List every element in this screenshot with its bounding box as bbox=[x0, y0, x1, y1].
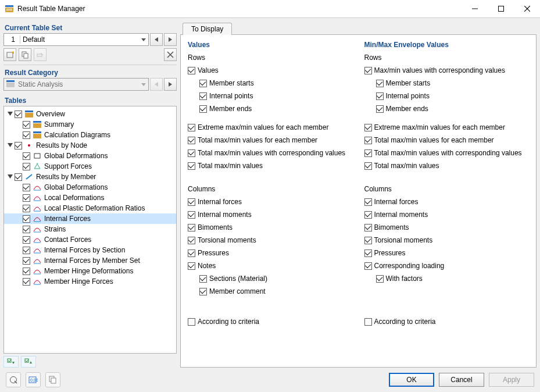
tree-node-results-by-member[interactable]: Results by Member bbox=[4, 172, 176, 182]
tree-node-m-global-def[interactable]: Global Deformations bbox=[4, 182, 176, 193]
check-internal-moments[interactable]: Internal moments bbox=[188, 208, 353, 221]
checkbox[interactable] bbox=[188, 211, 195, 219]
check-total-corr[interactable]: Total max/min values with corresponding … bbox=[364, 147, 530, 159]
tree-node-m-hinge-def[interactable]: Member Hinge Deformations bbox=[4, 266, 176, 276]
tree-node-m-contact-forces[interactable]: Contact Forces bbox=[4, 234, 176, 245]
select-all-button[interactable] bbox=[3, 356, 19, 368]
checkbox[interactable] bbox=[376, 105, 384, 113]
check-total[interactable]: Total max/min values bbox=[364, 159, 530, 172]
check-total[interactable]: Total max/min values bbox=[188, 159, 353, 172]
checkbox[interactable] bbox=[23, 215, 30, 223]
checkbox[interactable] bbox=[199, 275, 207, 283]
check-pressures[interactable]: Pressures bbox=[364, 247, 530, 259]
tree-node-m-local-def[interactable]: Local Deformations bbox=[4, 193, 176, 203]
checkbox[interactable] bbox=[188, 237, 195, 244]
check-total-corr[interactable]: Total max/min values with corresponding … bbox=[188, 147, 353, 159]
checkbox[interactable] bbox=[199, 288, 207, 295]
minimize-button[interactable] bbox=[462, 0, 488, 17]
checkbox[interactable] bbox=[23, 194, 30, 202]
check-total-each[interactable]: Total max/min values for each member bbox=[364, 134, 530, 147]
tree-node-m-if-by-section[interactable]: Internal Forces by Section bbox=[4, 245, 176, 255]
checkbox[interactable] bbox=[23, 226, 30, 233]
tree-node-m-strains[interactable]: Strains bbox=[4, 224, 176, 234]
checkbox[interactable] bbox=[23, 152, 30, 160]
check-internal-points[interactable]: Internal points bbox=[364, 90, 530, 102]
checkbox[interactable] bbox=[23, 278, 30, 286]
checkbox[interactable] bbox=[364, 211, 372, 219]
checkbox[interactable] bbox=[188, 318, 195, 326]
checkbox[interactable] bbox=[364, 237, 372, 244]
tree-node-m-hinge-forces[interactable]: Member Hinge Forces bbox=[4, 276, 176, 287]
close-button[interactable] bbox=[514, 0, 540, 17]
checkbox[interactable] bbox=[23, 205, 30, 212]
tree-node-support-forces[interactable]: Support Forces bbox=[4, 161, 176, 172]
check-internal-forces[interactable]: Internal forces bbox=[364, 195, 530, 208]
check-extreme[interactable]: Extreme max/min values for each member bbox=[188, 121, 353, 134]
checkbox[interactable] bbox=[199, 80, 207, 87]
checkbox[interactable] bbox=[376, 92, 384, 100]
checkbox[interactable] bbox=[199, 105, 207, 113]
checkbox[interactable] bbox=[364, 137, 372, 144]
tree-node-calc-diagrams[interactable]: Calculation Diagrams bbox=[4, 130, 176, 140]
checkbox[interactable] bbox=[376, 275, 384, 283]
prev-set-button[interactable] bbox=[150, 33, 163, 46]
table-set-combo[interactable]: 1 Default bbox=[3, 33, 149, 46]
maximize-button[interactable] bbox=[488, 0, 514, 17]
check-maxmin-corr[interactable]: Max/min values with corresponding values bbox=[364, 64, 530, 77]
check-sections[interactable]: Sections (Material) bbox=[188, 272, 353, 285]
checkbox[interactable] bbox=[364, 124, 372, 131]
checkbox[interactable] bbox=[188, 250, 195, 257]
next-category-button[interactable] bbox=[164, 78, 177, 91]
ok-button[interactable]: OK bbox=[389, 373, 434, 387]
tree-node-m-lpd-ratios[interactable]: Local Plastic Deformation Ratios bbox=[4, 203, 176, 213]
check-values[interactable]: Values bbox=[188, 64, 353, 77]
tables-tree[interactable]: Overview Summary Calculation Diagrams bbox=[3, 106, 177, 354]
copy-set-button[interactable] bbox=[19, 48, 31, 61]
checkbox[interactable] bbox=[188, 262, 195, 270]
checkbox[interactable] bbox=[364, 224, 372, 231]
checkbox[interactable] bbox=[15, 142, 22, 149]
tab-to-display[interactable]: To Display bbox=[183, 23, 232, 35]
check-member-comment[interactable]: Member comment bbox=[188, 285, 353, 298]
cancel-button[interactable]: Cancel bbox=[439, 373, 484, 387]
checkbox[interactable] bbox=[23, 131, 30, 139]
check-torsional[interactable]: Torsional moments bbox=[364, 234, 530, 247]
checkbox[interactable] bbox=[188, 224, 195, 231]
result-category-combo[interactable]: Static Analysis bbox=[3, 78, 149, 91]
check-internal-forces[interactable]: Internal forces bbox=[188, 195, 353, 208]
checkbox[interactable] bbox=[23, 247, 30, 254]
rename-set-button[interactable] bbox=[34, 48, 47, 61]
check-member-ends[interactable]: Member ends bbox=[364, 102, 530, 115]
checkbox[interactable] bbox=[188, 67, 195, 74]
checkbox[interactable] bbox=[364, 198, 372, 206]
check-member-starts[interactable]: Member starts bbox=[188, 77, 353, 90]
check-notes[interactable]: Notes bbox=[188, 259, 353, 272]
checkbox[interactable] bbox=[188, 124, 195, 131]
checkbox[interactable] bbox=[23, 121, 30, 129]
checkbox[interactable] bbox=[15, 111, 22, 118]
check-pressures[interactable]: Pressures bbox=[188, 247, 353, 259]
tree-node-m-if-by-member-set[interactable]: Internal Forces by Member Set bbox=[4, 255, 176, 266]
checkbox[interactable] bbox=[364, 250, 372, 257]
checkbox[interactable] bbox=[364, 318, 372, 326]
check-with-factors[interactable]: With factors bbox=[364, 272, 530, 285]
expander-icon[interactable] bbox=[6, 173, 13, 180]
checkbox[interactable] bbox=[188, 198, 195, 206]
check-torsional[interactable]: Torsional moments bbox=[188, 234, 353, 247]
checkbox[interactable] bbox=[23, 257, 30, 265]
checkbox[interactable] bbox=[15, 173, 22, 181]
checkbox[interactable] bbox=[364, 149, 372, 157]
check-bimoments[interactable]: Bimoments bbox=[364, 221, 530, 234]
tree-node-overview[interactable]: Overview bbox=[4, 109, 176, 119]
checkbox[interactable] bbox=[188, 149, 195, 157]
next-set-button[interactable] bbox=[164, 33, 177, 46]
check-according-criteria[interactable]: According to criteria bbox=[364, 315, 530, 328]
tree-node-summary[interactable]: Summary bbox=[4, 119, 176, 130]
checkbox[interactable] bbox=[23, 163, 30, 170]
checkbox[interactable] bbox=[188, 137, 195, 144]
tree-node-results-by-node[interactable]: Results by Node bbox=[4, 140, 176, 151]
check-total-each[interactable]: Total max/min values for each member bbox=[188, 134, 353, 147]
check-member-starts[interactable]: Member starts bbox=[364, 77, 530, 90]
check-extreme[interactable]: Extreme max/min values for each member bbox=[364, 121, 530, 134]
checkbox[interactable] bbox=[364, 67, 372, 74]
